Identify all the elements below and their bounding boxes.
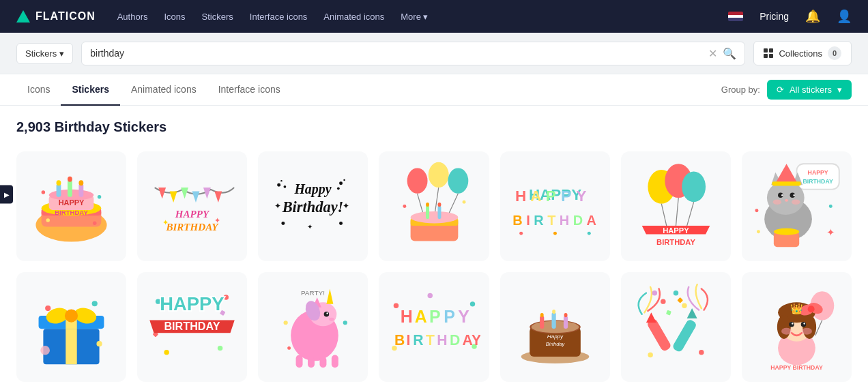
nav-more[interactable]: More ▾ — [401, 12, 428, 22]
tab-icons[interactable]: Icons — [16, 74, 61, 106]
svg-text:Birthday: Birthday — [545, 341, 565, 347]
svg-text:D: D — [449, 332, 459, 348]
svg-text:AY: AY — [462, 332, 480, 348]
collections-button[interactable]: Collections 0 — [753, 41, 852, 65]
sticker-item[interactable]: HAPPY BIRTHDAY ✦ ✦ — [137, 151, 247, 261]
svg-text:H: H — [400, 307, 412, 326]
svg-rect-10 — [79, 184, 84, 197]
sticker-item[interactable] — [379, 151, 489, 261]
svg-text:✦: ✦ — [826, 226, 835, 238]
svg-point-49 — [410, 211, 458, 223]
svg-line-76 — [676, 198, 678, 226]
sticker-item[interactable] — [16, 272, 126, 382]
svg-point-53 — [437, 203, 441, 207]
sticker-item[interactable]: HAPPY H A P P Y B I R T H D A — [500, 151, 610, 261]
svg-point-92 — [792, 200, 800, 205]
expand-sidebar-tab[interactable]: ▶ — [0, 185, 13, 203]
svg-point-7 — [57, 180, 61, 185]
nav-interface-icons[interactable]: Interface icons — [250, 12, 308, 22]
svg-marker-123 — [327, 289, 334, 304]
svg-point-41 — [407, 168, 427, 194]
search-filter-dropdown[interactable]: Stickers ▾ — [16, 43, 73, 64]
svg-text:I: I — [526, 213, 530, 228]
svg-point-116 — [218, 346, 222, 350]
svg-point-90 — [793, 194, 794, 196]
svg-point-99 — [829, 205, 833, 208]
groupby-label: Group by: — [721, 85, 760, 95]
svg-point-16 — [46, 218, 50, 222]
user-icon[interactable]: 👤 — [837, 9, 852, 24]
svg-point-188 — [789, 322, 794, 327]
svg-text:H: H — [437, 332, 447, 348]
nav-icons[interactable]: Icons — [164, 12, 186, 22]
svg-text:D: D — [573, 213, 582, 228]
svg-text:P: P — [561, 188, 571, 205]
svg-point-163 — [552, 310, 555, 314]
sticker-item[interactable]: Happy Birthday! ✦ ✦ ✦ — [258, 151, 368, 261]
svg-text:Y: Y — [576, 188, 586, 205]
bell-icon[interactable]: 🔔 — [805, 9, 820, 24]
svg-point-34 — [344, 179, 345, 181]
nav-stickers[interactable]: Stickers — [202, 12, 233, 22]
svg-rect-175 — [677, 297, 683, 303]
svg-point-112 — [40, 346, 50, 355]
sticker-item[interactable]: HAPPY BIRTHDAY — [621, 151, 731, 261]
sticker-item[interactable]: HAPPY BIRTHDAY — [16, 151, 126, 261]
svg-marker-20 — [181, 188, 188, 198]
svg-point-115 — [164, 350, 169, 355]
svg-point-98 — [755, 209, 758, 212]
pricing-link[interactable]: Pricing — [760, 11, 789, 22]
tab-animated-icons[interactable]: Animated icons — [120, 74, 207, 106]
language-flag-icon[interactable] — [728, 12, 743, 21]
svg-point-36 — [282, 222, 285, 225]
nav-animated-icons[interactable]: Animated icons — [323, 12, 384, 22]
search-bar: Stickers ▾ ✕ 🔍 Collections 0 — [0, 33, 868, 74]
svg-text:R: R — [413, 332, 423, 348]
nav-authors[interactable]: Authors — [117, 12, 148, 22]
groupby-button[interactable]: ⟳ All stickers ▾ — [767, 80, 852, 100]
svg-point-177 — [699, 350, 704, 355]
sticker-item[interactable]: Happy Birthday — [500, 272, 610, 382]
logo[interactable]: FLATICON — [16, 10, 96, 23]
svg-point-108 — [65, 310, 78, 323]
svg-text:A: A — [530, 188, 541, 205]
svg-point-37 — [339, 222, 343, 225]
collections-count-badge: 0 — [828, 46, 841, 60]
svg-text:T: T — [547, 213, 555, 228]
svg-text:Happy: Happy — [547, 333, 563, 340]
svg-text:T: T — [426, 332, 435, 348]
svg-point-14 — [42, 190, 45, 194]
svg-text:✦: ✦ — [162, 218, 169, 226]
svg-text:A: A — [414, 307, 426, 326]
search-submit-icon[interactable]: 🔍 — [723, 47, 736, 60]
sticker-item[interactable]: H A P P Y B I R T H D AY — [379, 272, 489, 382]
svg-point-134 — [284, 320, 288, 325]
svg-line-179 — [815, 320, 822, 335]
svg-rect-164 — [564, 316, 568, 329]
svg-point-111 — [97, 341, 102, 346]
tab-stickers[interactable]: Stickers — [61, 74, 119, 106]
search-clear-icon[interactable]: ✕ — [708, 47, 717, 60]
svg-point-93 — [785, 199, 788, 202]
svg-point-55 — [462, 200, 465, 204]
svg-point-54 — [403, 205, 406, 208]
sticker-item[interactable]: 👑 HAPPY BIRTHDAY — [742, 272, 852, 382]
svg-point-69 — [519, 232, 523, 235]
tab-interface-icons[interactable]: Interface icons — [207, 74, 291, 106]
search-input[interactable] — [90, 48, 708, 59]
svg-point-45 — [448, 168, 468, 194]
svg-point-71 — [587, 232, 590, 235]
svg-marker-94 — [775, 164, 797, 183]
svg-rect-6 — [57, 184, 61, 197]
sticker-item[interactable]: PARTY! — [258, 272, 368, 382]
sticker-item[interactable] — [621, 272, 731, 382]
svg-point-89 — [781, 194, 783, 196]
svg-point-35 — [337, 188, 340, 190]
sticker-item[interactable]: HAPPY BIRTHDAY — [742, 151, 852, 261]
sticker-item[interactable]: HAPPY BIRTHDAY — [137, 272, 247, 382]
svg-marker-167 — [646, 313, 656, 323]
result-title: 2,903 Birthday Stickers — [16, 119, 852, 135]
svg-text:BIRTHDAY: BIRTHDAY — [802, 178, 833, 185]
svg-text:BIRTHDAY: BIRTHDAY — [166, 222, 220, 233]
svg-point-100 — [757, 230, 760, 233]
